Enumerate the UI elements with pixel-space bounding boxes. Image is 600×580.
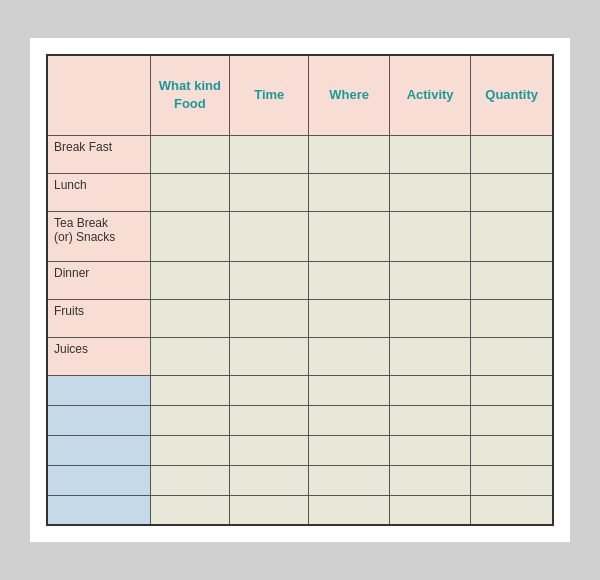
data-cell[interactable] [150,337,230,375]
header-what-kind-food: What kindFood [150,55,230,135]
data-cell[interactable] [230,375,309,405]
data-cell[interactable] [389,299,470,337]
data-cell[interactable] [309,337,390,375]
row-label-breakfast: Break Fast [47,135,150,173]
data-cell[interactable] [389,375,470,405]
data-cell[interactable] [471,261,553,299]
data-cell[interactable] [389,405,470,435]
data-cell[interactable] [150,211,230,261]
data-cell[interactable] [150,495,230,525]
data-cell[interactable] [389,495,470,525]
row-label-tea-break: Tea Break(or) Snacks [47,211,150,261]
data-cell[interactable] [389,337,470,375]
data-cell[interactable] [150,135,230,173]
data-cell[interactable] [471,135,553,173]
data-cell[interactable] [389,135,470,173]
data-cell[interactable] [309,173,390,211]
food-diary-table: What kindFood Time Where Activity Quanti… [30,38,570,542]
data-cell[interactable] [150,173,230,211]
header-where: Where [309,55,390,135]
row-label-fruits: Fruits [47,299,150,337]
table-row-extra [47,435,553,465]
header-activity: Activity [389,55,470,135]
table-row: Lunch [47,173,553,211]
row-label-lunch: Lunch [47,173,150,211]
table-row-extra [47,495,553,525]
data-cell[interactable] [230,435,309,465]
data-cell[interactable] [230,299,309,337]
table-row: Tea Break(or) Snacks [47,211,553,261]
table-row-extra [47,465,553,495]
row-label-extra [47,405,150,435]
data-cell[interactable] [309,375,390,405]
row-label-extra [47,495,150,525]
data-cell[interactable] [309,435,390,465]
data-cell[interactable] [150,465,230,495]
data-cell[interactable] [230,495,309,525]
data-cell[interactable] [471,337,553,375]
header-time: Time [230,55,309,135]
data-cell[interactable] [471,299,553,337]
table-row: Dinner [47,261,553,299]
data-cell[interactable] [309,261,390,299]
table-row: Break Fast [47,135,553,173]
data-cell[interactable] [230,211,309,261]
row-label-juices: Juices [47,337,150,375]
row-label-extra [47,435,150,465]
data-cell[interactable] [150,375,230,405]
data-cell[interactable] [309,299,390,337]
data-cell[interactable] [389,211,470,261]
header-empty [47,55,150,135]
data-cell[interactable] [150,261,230,299]
data-cell[interactable] [150,299,230,337]
data-cell[interactable] [389,173,470,211]
data-cell[interactable] [471,495,553,525]
data-cell[interactable] [389,435,470,465]
data-cell[interactable] [471,405,553,435]
data-cell[interactable] [309,465,390,495]
data-cell[interactable] [471,173,553,211]
table-row: Fruits [47,299,553,337]
data-cell[interactable] [230,135,309,173]
data-cell[interactable] [230,337,309,375]
data-cell[interactable] [471,211,553,261]
data-cell[interactable] [309,211,390,261]
table-row: Juices [47,337,553,375]
header-quantity: Quantity [471,55,553,135]
data-cell[interactable] [389,261,470,299]
data-cell[interactable] [230,261,309,299]
row-label-dinner: Dinner [47,261,150,299]
table-row-extra [47,375,553,405]
data-cell[interactable] [471,435,553,465]
data-cell[interactable] [230,405,309,435]
row-label-extra [47,375,150,405]
data-cell[interactable] [471,465,553,495]
data-cell[interactable] [309,405,390,435]
data-cell[interactable] [230,465,309,495]
data-cell[interactable] [150,405,230,435]
data-cell[interactable] [309,495,390,525]
table-row-extra [47,405,553,435]
header-row: What kindFood Time Where Activity Quanti… [47,55,553,135]
row-label-extra [47,465,150,495]
data-cell[interactable] [230,173,309,211]
data-cell[interactable] [471,375,553,405]
data-cell[interactable] [389,465,470,495]
data-cell[interactable] [309,135,390,173]
data-cell[interactable] [150,435,230,465]
